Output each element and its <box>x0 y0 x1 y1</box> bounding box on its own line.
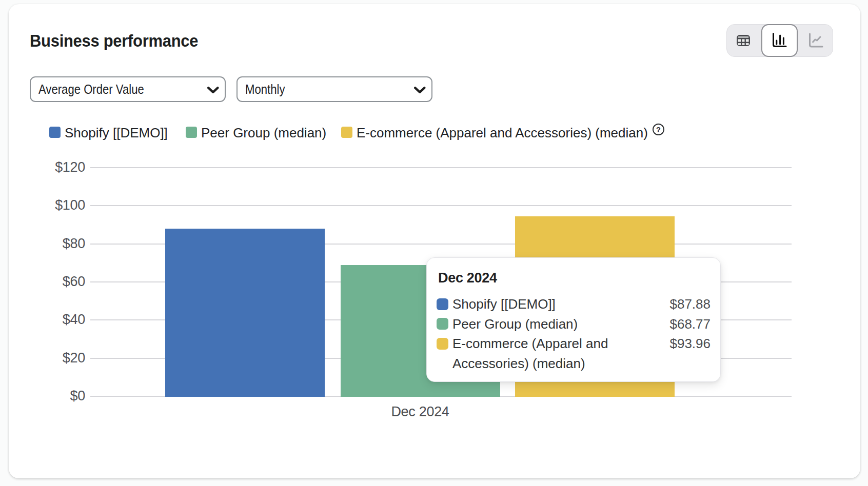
svg-text:?: ? <box>656 126 661 134</box>
